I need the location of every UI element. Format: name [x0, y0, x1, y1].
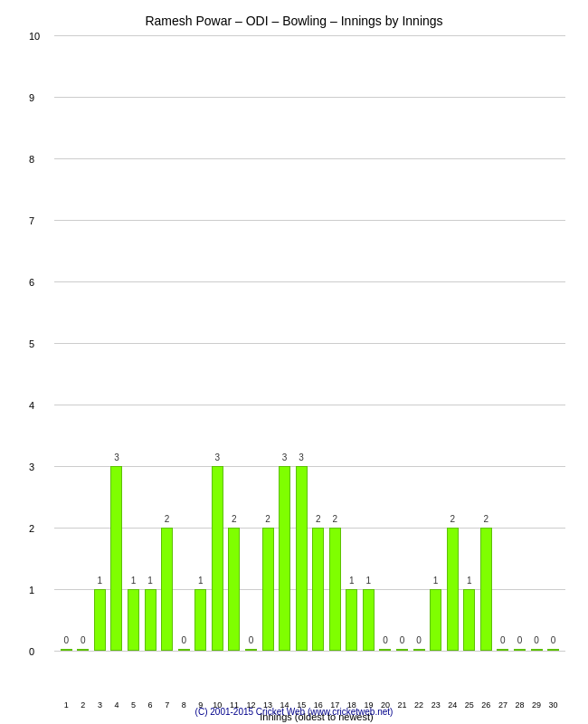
bar-zero-29: 0	[531, 649, 543, 651]
bar-group-1: 0	[58, 35, 75, 651]
bar-7: 2	[161, 528, 173, 651]
bar-zero-12: 0	[245, 649, 257, 651]
bar-zero-2: 0	[77, 649, 89, 651]
grid-label-3: 3	[29, 462, 34, 472]
bar-24: 2	[447, 528, 459, 651]
bar-value-17: 2	[332, 514, 337, 524]
bar-value-25: 1	[467, 576, 472, 586]
bar-group-5: 1	[125, 35, 142, 651]
grid-label-8: 8	[29, 154, 34, 165]
bar-zero-20: 0	[379, 649, 391, 651]
bar-value-13: 2	[265, 514, 270, 524]
bar-group-16: 2	[309, 35, 327, 651]
bar-group-2: 0	[75, 35, 92, 651]
bar-group-22: 0	[411, 35, 428, 651]
bar-18: 1	[346, 589, 357, 651]
bar-value-26: 2	[484, 514, 489, 524]
bar-group-30: 0	[545, 35, 562, 651]
grid-label-10: 10	[29, 31, 40, 42]
bar-value-22: 0	[416, 635, 422, 645]
bar-15: 3	[296, 466, 308, 651]
bar-value-12: 0	[249, 635, 254, 645]
bar-group-7: 2	[158, 35, 175, 651]
bar-group-19: 1	[360, 35, 377, 651]
bar-value-3: 1	[98, 576, 103, 586]
chart-area: 10 9 8 7 6 5 4	[54, 35, 565, 651]
bar-value-14: 3	[282, 452, 288, 462]
bar-value-19: 1	[366, 576, 372, 586]
bar-group-29: 0	[528, 35, 545, 651]
bar-value-24: 2	[450, 514, 455, 524]
bar-value-28: 0	[517, 635, 523, 645]
chart-title: Ramesh Powar – ODI – Bowling – Innings b…	[9, 14, 579, 28]
grid-label-4: 4	[29, 400, 34, 411]
bar-value-23: 1	[433, 576, 439, 586]
bar-9: 1	[194, 589, 206, 651]
chart-container: Ramesh Powar – ODI – Bowling – Innings b…	[0, 0, 588, 724]
bar-4: 3	[110, 466, 122, 651]
bar-group-8: 0	[175, 35, 193, 651]
bar-zero-30: 0	[547, 649, 559, 651]
bar-19: 1	[363, 589, 375, 651]
bar-value-6: 1	[147, 576, 153, 586]
bar-17: 2	[329, 528, 341, 651]
bar-group-17: 2	[327, 35, 344, 651]
bar-value-15: 3	[299, 452, 304, 462]
bar-value-4: 3	[114, 452, 119, 462]
bar-value-27: 0	[500, 635, 506, 645]
bar-group-21: 0	[394, 35, 411, 651]
bar-value-2: 0	[81, 635, 86, 645]
bar-group-15: 3	[293, 35, 310, 651]
bar-group-27: 0	[495, 35, 512, 651]
bar-group-14: 3	[276, 35, 293, 651]
bar-group-12: 0	[242, 35, 260, 651]
bar-group-18: 1	[344, 35, 361, 651]
bar-group-20: 0	[377, 35, 394, 651]
bar-25: 1	[463, 589, 475, 651]
bar-group-25: 1	[461, 35, 479, 651]
bar-value-1: 0	[63, 635, 69, 645]
bar-zero-1: 0	[61, 649, 72, 651]
bar-value-9: 1	[198, 576, 204, 586]
bar-16: 2	[312, 528, 324, 651]
bar-3: 1	[94, 589, 106, 651]
bar-13: 2	[262, 528, 274, 651]
grid-label-5: 5	[29, 338, 34, 349]
bar-14: 3	[279, 466, 290, 651]
bar-value-30: 0	[551, 635, 556, 645]
bar-group-26: 2	[478, 35, 495, 651]
grid-line-0: 0	[54, 651, 565, 652]
footer: (C) 2001-2015 Cricket Web (www.cricketwe…	[0, 707, 588, 717]
bar-value-7: 2	[165, 514, 170, 524]
bar-group-10: 3	[209, 35, 226, 651]
bar-value-18: 1	[349, 576, 355, 586]
bar-zero-8: 0	[178, 649, 190, 651]
bar-26: 2	[480, 528, 492, 651]
bar-group-9: 1	[193, 35, 210, 651]
bar-group-23: 1	[427, 35, 444, 651]
bar-group-6: 1	[142, 35, 159, 651]
grid-label-1: 1	[29, 585, 34, 595]
grid-label-0: 0	[29, 646, 34, 657]
bar-group-11: 2	[226, 35, 243, 651]
grid-label-6: 6	[29, 277, 34, 288]
bar-23: 1	[430, 589, 441, 651]
bar-value-11: 2	[232, 514, 237, 524]
bar-group-3: 1	[91, 35, 109, 651]
bar-group-24: 2	[444, 35, 461, 651]
bar-value-21: 0	[400, 635, 405, 645]
grid-label-9: 9	[29, 92, 34, 103]
bar-value-5: 1	[131, 576, 137, 586]
bar-6: 1	[145, 589, 156, 651]
bar-zero-27: 0	[497, 649, 508, 651]
bar-10: 3	[212, 466, 223, 651]
bar-group-4: 3	[109, 35, 126, 651]
bar-value-16: 2	[316, 514, 321, 524]
grid-label-2: 2	[29, 523, 34, 534]
bar-11: 2	[228, 528, 240, 651]
bar-value-10: 3	[215, 452, 221, 462]
grid-label-7: 7	[29, 215, 34, 226]
bar-value-8: 0	[181, 635, 186, 645]
bar-group-13: 2	[260, 35, 277, 651]
bar-zero-22: 0	[413, 649, 425, 651]
